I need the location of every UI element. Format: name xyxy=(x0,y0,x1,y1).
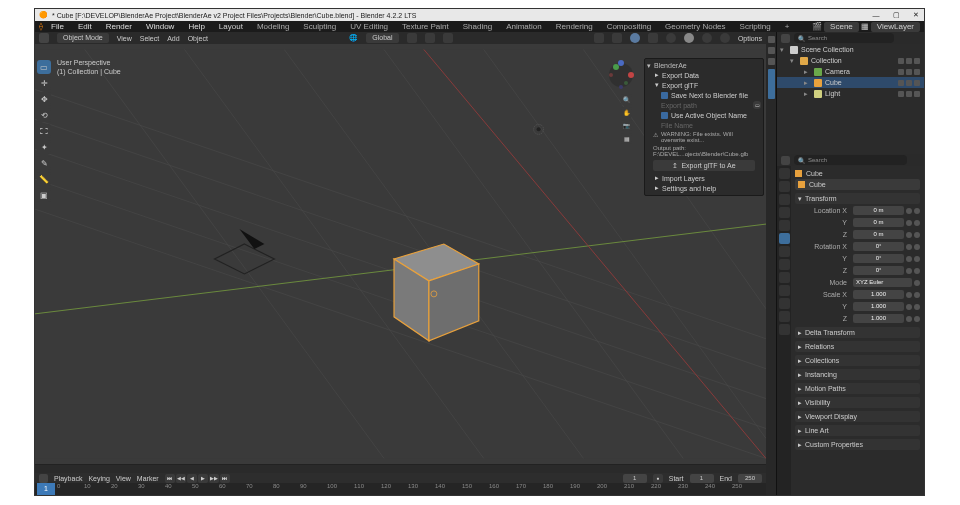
shading-wire[interactable] xyxy=(666,33,676,43)
editor-type-icon[interactable] xyxy=(781,34,790,43)
prop-data-name[interactable]: Cube xyxy=(795,179,920,190)
menu-window[interactable]: Window xyxy=(140,22,180,31)
ptab-data[interactable] xyxy=(779,298,790,309)
playhead[interactable]: 1 xyxy=(37,483,55,495)
ptab-modifiers[interactable] xyxy=(779,246,790,257)
sec-motion[interactable]: ▸Motion Paths xyxy=(795,383,920,394)
play-button[interactable]: ▶ xyxy=(198,474,208,483)
scale-y-field[interactable]: 1.000 xyxy=(853,302,904,311)
export-gltf-to-ae-button[interactable]: ↥Export glTF to Ae xyxy=(653,160,755,171)
loc-y-field[interactable]: 0 m xyxy=(853,218,904,227)
pivot-dropdown[interactable] xyxy=(407,33,417,43)
nav-persp[interactable]: ▦ xyxy=(621,133,632,144)
tool-scale[interactable]: ⛶ xyxy=(37,124,51,138)
shading-rendered[interactable] xyxy=(720,33,730,43)
ptab-particles[interactable] xyxy=(779,259,790,270)
ptab-output[interactable] xyxy=(779,181,790,192)
folder-button[interactable]: ▭ xyxy=(753,101,761,109)
ptab-constraints[interactable] xyxy=(779,285,790,296)
jump-end-button[interactable]: ⏭ xyxy=(220,474,230,483)
np-export-data[interactable]: ▸Export Data xyxy=(647,70,761,80)
tab-uv[interactable]: UV Editing xyxy=(344,22,394,31)
np-use-active[interactable]: Use Active Object Name xyxy=(647,110,761,120)
menu-edit[interactable]: Edit xyxy=(72,22,98,31)
tl-view[interactable]: View xyxy=(116,475,131,482)
np-export-gltf[interactable]: ▾Export glTF xyxy=(647,80,761,90)
gizmo-toggle[interactable] xyxy=(612,33,622,43)
checkbox-checked-icon[interactable] xyxy=(661,92,668,99)
menu-help[interactable]: Help xyxy=(182,22,210,31)
outliner-new-collection[interactable] xyxy=(911,34,920,43)
np-header[interactable]: ▾BlenderAe xyxy=(647,61,761,70)
tab-shading[interactable]: Shading xyxy=(457,22,498,31)
play-rev-button[interactable]: ◀ xyxy=(187,474,197,483)
outliner-filter-button[interactable] xyxy=(898,34,907,43)
sec-visibility[interactable]: ▸Visibility xyxy=(795,397,920,408)
sec-custom[interactable]: ▸Custom Properties xyxy=(795,439,920,450)
scale-z-field[interactable]: 1.000 xyxy=(853,314,904,323)
current-frame-field[interactable]: 1 xyxy=(623,474,647,483)
outliner-item-light[interactable]: ▸Light xyxy=(777,88,924,99)
tool-move[interactable]: ✥ xyxy=(37,92,51,106)
tab-compositing[interactable]: Compositing xyxy=(601,22,657,31)
scale-x-field[interactable]: 1.000 xyxy=(853,290,904,299)
properties-search[interactable]: 🔍Search xyxy=(794,155,907,165)
tl-marker[interactable]: Marker xyxy=(137,475,159,482)
orientation-dropdown[interactable]: Global xyxy=(366,33,398,43)
outliner-scene-collection[interactable]: ▾Scene Collection xyxy=(777,44,924,55)
end-frame-field[interactable]: 250 xyxy=(738,474,762,483)
ptab-world[interactable] xyxy=(779,220,790,231)
vp-view[interactable]: View xyxy=(117,35,132,42)
tool-select[interactable]: ▭ xyxy=(37,60,51,74)
next-key-button[interactable]: ▶▶ xyxy=(209,474,219,483)
ptab-object[interactable] xyxy=(779,233,790,244)
nav-pan[interactable]: ✋ xyxy=(621,107,632,118)
mode-dropdown[interactable]: Object Mode xyxy=(57,33,109,43)
nav-gizmo[interactable] xyxy=(606,60,636,90)
viewport-3d[interactable]: ▭ ✛ ✥ ⟲ ⛶ ✦ ✎ 📏 ▣ User Perspective (1) C… xyxy=(35,44,766,464)
tab-scripting[interactable]: Scripting xyxy=(734,22,777,31)
tl-keying[interactable]: Keying xyxy=(88,475,109,482)
tool-cursor[interactable]: ✛ xyxy=(37,76,51,90)
ptab-texture[interactable] xyxy=(779,324,790,335)
sec-instancing[interactable]: ▸Instancing xyxy=(795,369,920,380)
minimize-button[interactable]: — xyxy=(872,11,880,19)
maximize-button[interactable]: ▢ xyxy=(892,11,900,19)
outliner-item-camera[interactable]: ▸Camera xyxy=(777,66,924,77)
autokey-button[interactable]: ● xyxy=(653,474,663,483)
np-import-layers[interactable]: ▸Import Layers xyxy=(647,173,761,183)
sec-relations[interactable]: ▸Relations xyxy=(795,341,920,352)
ptab-scene[interactable] xyxy=(779,207,790,218)
editor-type-icon[interactable] xyxy=(39,474,48,483)
tab-texpaint[interactable]: Texture Paint xyxy=(396,22,455,31)
ntab-blenderae[interactable] xyxy=(768,69,775,99)
np-save-next[interactable]: Save Next to Blender file xyxy=(647,90,761,100)
tab-geonodes[interactable]: Geometry Nodes xyxy=(659,22,731,31)
sec-viewport[interactable]: ▸Viewport Display xyxy=(795,411,920,422)
properties-options[interactable] xyxy=(911,156,920,165)
options-dropdown[interactable]: Options xyxy=(738,35,762,42)
snap-toggle[interactable] xyxy=(425,33,435,43)
menu-file[interactable]: File xyxy=(45,22,70,31)
rot-mode-dropdown[interactable]: XYZ Euler xyxy=(853,278,912,287)
vp-select[interactable]: Select xyxy=(140,35,159,42)
nav-zoom[interactable]: 🔍 xyxy=(621,94,632,105)
tab-animation[interactable]: Animation xyxy=(500,22,548,31)
nav-camera[interactable]: 📷 xyxy=(621,120,632,131)
sec-transform-header[interactable]: ▾Transform xyxy=(795,193,920,204)
ntab-item[interactable] xyxy=(768,36,775,43)
ptab-viewlayer[interactable] xyxy=(779,194,790,205)
proportional-toggle[interactable] xyxy=(443,33,453,43)
close-button[interactable]: ✕ xyxy=(912,11,920,19)
tool-transform[interactable]: ✦ xyxy=(37,140,51,154)
outliner-item-cube[interactable]: ▸Cube xyxy=(777,77,924,88)
shading-matprev[interactable] xyxy=(702,33,712,43)
np-settings[interactable]: ▸Settings and help xyxy=(647,183,761,193)
tab-add[interactable]: + xyxy=(779,22,796,31)
viewlayer-dropdown[interactable]: ViewLayer xyxy=(871,22,920,32)
xray-toggle[interactable] xyxy=(648,33,658,43)
tab-layout[interactable]: Layout xyxy=(213,22,249,31)
anim-dot[interactable] xyxy=(914,208,920,214)
menu-render[interactable]: Render xyxy=(100,22,138,31)
ptab-physics[interactable] xyxy=(779,272,790,283)
